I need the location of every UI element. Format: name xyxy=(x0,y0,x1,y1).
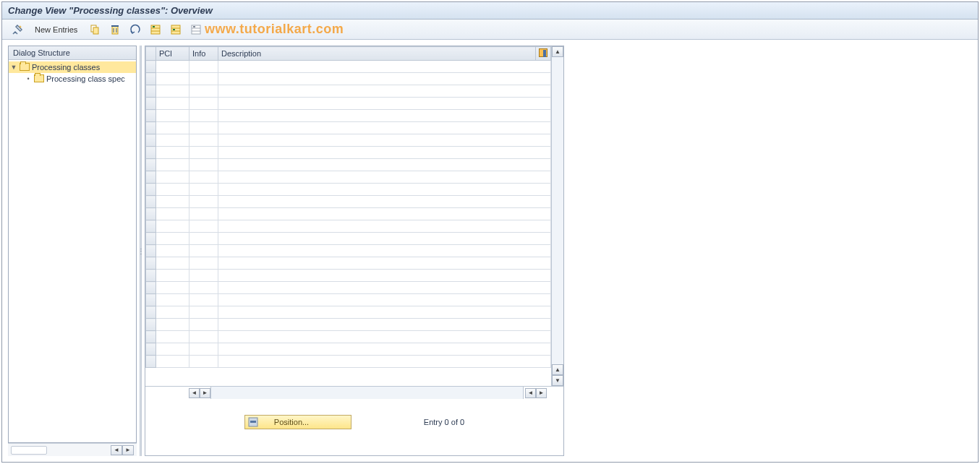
table-row[interactable] xyxy=(146,196,551,208)
cell-info[interactable] xyxy=(189,134,218,147)
column-header-info[interactable]: Info xyxy=(189,47,218,61)
cell-description[interactable] xyxy=(218,245,551,257)
row-selector[interactable] xyxy=(146,134,156,147)
cell-pcl[interactable] xyxy=(156,294,189,306)
cell-info[interactable] xyxy=(189,220,218,233)
table-row[interactable] xyxy=(146,159,551,171)
table-row[interactable] xyxy=(146,184,551,196)
cell-info[interactable] xyxy=(189,171,218,184)
cell-info[interactable] xyxy=(189,257,218,270)
scroll-up-button[interactable]: ▲ xyxy=(552,46,563,57)
cell-description[interactable] xyxy=(218,73,551,85)
table-row[interactable] xyxy=(146,270,551,282)
row-selector[interactable] xyxy=(146,220,156,233)
cell-pcl[interactable] xyxy=(156,85,189,98)
hscroll-track[interactable] xyxy=(210,387,524,399)
column-splitter[interactable] xyxy=(140,46,142,456)
cell-description[interactable] xyxy=(218,343,551,356)
toggle-view-button[interactable] xyxy=(8,22,27,37)
table-row[interactable] xyxy=(146,245,551,257)
cell-pcl[interactable] xyxy=(156,343,189,356)
vertical-scrollbar[interactable]: ▲ ▲ ▼ xyxy=(551,46,563,386)
row-selector[interactable] xyxy=(146,356,156,368)
cell-pcl[interactable] xyxy=(156,257,189,270)
table-row[interactable] xyxy=(146,208,551,220)
cell-description[interactable] xyxy=(218,220,551,233)
row-selector[interactable] xyxy=(146,331,156,343)
cell-pcl[interactable] xyxy=(156,233,189,245)
sidebar-scroll-right-button[interactable]: ► xyxy=(122,445,134,455)
table-row[interactable] xyxy=(146,122,551,134)
cell-pcl[interactable] xyxy=(156,208,189,220)
row-selector[interactable] xyxy=(146,171,156,184)
cell-pcl[interactable] xyxy=(156,282,189,294)
position-button[interactable]: Position... xyxy=(244,415,351,429)
cell-pcl[interactable] xyxy=(156,196,189,208)
table-row[interactable] xyxy=(146,343,551,356)
cell-description[interactable] xyxy=(218,270,551,282)
cell-info[interactable] xyxy=(189,233,218,245)
cell-pcl[interactable] xyxy=(156,220,189,233)
cell-pcl[interactable] xyxy=(156,122,189,134)
row-selector[interactable] xyxy=(146,196,156,208)
row-selector[interactable] xyxy=(146,159,156,171)
cell-info[interactable] xyxy=(189,159,218,171)
table-row[interactable] xyxy=(146,220,551,233)
hscroll-left-button[interactable]: ◄ xyxy=(189,388,200,398)
row-selector[interactable] xyxy=(146,85,156,98)
cell-info[interactable] xyxy=(189,61,218,73)
cell-description[interactable] xyxy=(218,159,551,171)
cell-description[interactable] xyxy=(218,331,551,343)
cell-pcl[interactable] xyxy=(156,306,189,319)
cell-info[interactable] xyxy=(189,306,218,319)
undo-button[interactable] xyxy=(126,22,145,37)
table-row[interactable] xyxy=(146,356,551,368)
hscroll-left2-button[interactable]: ► xyxy=(200,388,210,398)
cell-description[interactable] xyxy=(218,306,551,319)
cell-description[interactable] xyxy=(218,134,551,147)
cell-description[interactable] xyxy=(218,85,551,98)
row-selector[interactable] xyxy=(146,122,156,134)
cell-info[interactable] xyxy=(189,196,218,208)
cell-pcl[interactable] xyxy=(156,171,189,184)
cell-description[interactable] xyxy=(218,98,551,110)
sidebar-mini-handle[interactable] xyxy=(11,446,47,455)
row-selector[interactable] xyxy=(146,294,156,306)
cell-description[interactable] xyxy=(218,184,551,196)
cell-info[interactable] xyxy=(189,270,218,282)
row-selector[interactable] xyxy=(146,98,156,110)
cell-pcl[interactable] xyxy=(156,184,189,196)
table-row[interactable] xyxy=(146,233,551,245)
cell-info[interactable] xyxy=(189,122,218,134)
sidebar-scroll-left-button[interactable]: ◄ xyxy=(111,445,122,455)
table-row[interactable] xyxy=(146,85,551,98)
cell-info[interactable] xyxy=(189,245,218,257)
cell-pcl[interactable] xyxy=(156,147,189,159)
collapse-icon[interactable]: ▼ xyxy=(10,64,17,71)
table-row[interactable] xyxy=(146,282,551,294)
copy-button[interactable] xyxy=(85,22,104,37)
row-selector[interactable] xyxy=(146,270,156,282)
table-row[interactable] xyxy=(146,61,551,73)
cell-info[interactable] xyxy=(189,98,218,110)
row-selector-header[interactable] xyxy=(146,47,156,61)
table-row[interactable] xyxy=(146,257,551,270)
cell-info[interactable] xyxy=(189,282,218,294)
scroll-down-near-button[interactable]: ▲ xyxy=(552,364,563,375)
new-entries-button[interactable]: New Entries xyxy=(28,22,84,37)
row-selector[interactable] xyxy=(146,184,156,196)
cell-description[interactable] xyxy=(218,294,551,306)
cell-info[interactable] xyxy=(189,85,218,98)
column-header-pcl[interactable]: PCl xyxy=(156,47,189,61)
cell-pcl[interactable] xyxy=(156,134,189,147)
cell-pcl[interactable] xyxy=(156,61,189,73)
scroll-track[interactable] xyxy=(552,57,563,364)
cell-info[interactable] xyxy=(189,331,218,343)
tree-node-processing-class-spec[interactable]: • Processing class spec xyxy=(9,73,136,85)
cell-description[interactable] xyxy=(218,233,551,245)
cell-description[interactable] xyxy=(218,319,551,331)
select-all-button[interactable] xyxy=(146,22,165,37)
table-row[interactable] xyxy=(146,73,551,85)
row-selector[interactable] xyxy=(146,110,156,122)
row-selector[interactable] xyxy=(146,282,156,294)
